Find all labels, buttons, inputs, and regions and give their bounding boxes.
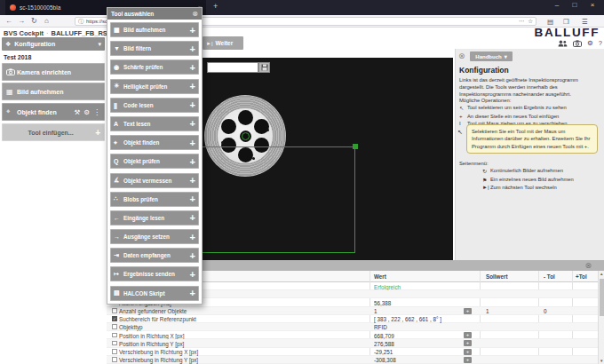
tool-list-item[interactable]: ▼ Bild filtern + bbox=[110, 41, 199, 56]
add-tolerance-button[interactable]: + bbox=[464, 332, 472, 338]
new-tab-button[interactable]: + bbox=[213, 2, 218, 11]
add-tool-icon[interactable]: + bbox=[190, 62, 195, 73]
gear-icon[interactable]: ⚙ bbox=[587, 39, 593, 47]
add-tool-icon[interactable]: + bbox=[190, 232, 195, 242]
add-tool-icon[interactable]: + bbox=[190, 250, 195, 261]
add-tool-icon[interactable]: + bbox=[190, 99, 195, 110]
forward-icon[interactable]: → bbox=[18, 17, 25, 25]
add-tool-icon[interactable]: + bbox=[190, 194, 195, 204]
tool-list-item[interactable]: Q Objekt prüfen + bbox=[110, 154, 199, 169]
configuration-header[interactable]: ❖ Konfiguration ▾ bbox=[2, 37, 105, 51]
table-row[interactable]: ✓ Position in Richtung X [px] 668,709 + bbox=[107, 331, 598, 339]
users-icon[interactable] bbox=[558, 40, 568, 47]
sidebar-item-kamera-einrichten[interactable]: Kamera einrichten bbox=[2, 63, 105, 81]
tool-list-item[interactable]: ⇥ Daten empfangen + bbox=[110, 248, 199, 263]
tool-list-item[interactable]: ☀ Helligkeit prüfen + bbox=[110, 79, 199, 94]
tool-list-item[interactable]: ∡ Objekt vermessen + bbox=[110, 173, 199, 188]
scrollbar-thumb[interactable] bbox=[600, 279, 604, 316]
results-scrollbar[interactable]: ▲ ▼ bbox=[598, 271, 604, 364]
image-name-input[interactable] bbox=[207, 62, 258, 73]
scroll-up-icon[interactable]: ▲ bbox=[600, 272, 603, 276]
configure-tool-icon[interactable]: ⚒ bbox=[75, 108, 81, 116]
library-icon[interactable]: ▤ bbox=[547, 18, 553, 26]
column-header-plus-tol[interactable]: +Tol bbox=[576, 273, 587, 280]
add-tool-icon[interactable]: + bbox=[190, 175, 195, 186]
sidemenu-row: ↻ Kontinuierlich Bilder aufnehmen bbox=[482, 168, 602, 174]
save-image-button[interactable] bbox=[258, 62, 270, 73]
weiter-button[interactable]: ►| Weiter bbox=[203, 36, 243, 50]
tool-list-item[interactable]: ∴ Blobs prüfen + bbox=[110, 192, 199, 207]
table-row[interactable]: ✓ Objekttyp RFID + bbox=[107, 323, 598, 331]
scroll-down-icon[interactable]: ▼ bbox=[600, 359, 603, 363]
collapse-panel-icon[interactable]: ⊗ bbox=[458, 51, 465, 60]
back-icon[interactable]: ← bbox=[5, 17, 12, 25]
column-header-sollwert[interactable]: Sollwert bbox=[486, 273, 508, 280]
reload-icon[interactable]: ↻ bbox=[31, 17, 37, 25]
add-tool-icon[interactable]: + bbox=[190, 156, 195, 167]
add-tolerance-button[interactable]: + bbox=[464, 357, 472, 363]
breadcrumb-app[interactable]: BVS Cockpit bbox=[4, 29, 44, 37]
home-icon[interactable]: ⌂ bbox=[44, 17, 49, 25]
table-row[interactable]: ✓ Anzahl gefundener Objekte 1 + 1 0 bbox=[107, 307, 598, 315]
sidebar-toggle-icon[interactable]: ❐ bbox=[563, 18, 569, 26]
row-checkbox[interactable]: ✓ bbox=[112, 341, 117, 346]
row-checkbox[interactable]: ✓ bbox=[112, 349, 117, 354]
wrench-icon[interactable]: ⚙ bbox=[83, 108, 90, 116]
table-row[interactable]: ✓ Verschiebung in Richtung X [px] -29,25… bbox=[107, 348, 598, 356]
tool-list-item[interactable]: ↦ Ergebnisse senden + bbox=[110, 266, 199, 281]
add-tool-icon[interactable]: + bbox=[190, 269, 195, 280]
tool-list-item[interactable]: ← Eingänge lesen + bbox=[110, 210, 199, 226]
column-header-wert[interactable]: Wert bbox=[374, 273, 386, 280]
tool-list-item[interactable]: A Text lesen + bbox=[110, 116, 199, 131]
window-minimize-button[interactable]: – bbox=[551, 1, 563, 9]
close-results-icon[interactable]: ⊗ bbox=[584, 261, 592, 270]
page-actions-icon[interactable]: ⋯ bbox=[519, 18, 525, 25]
row-checkbox[interactable]: ✓ bbox=[112, 333, 117, 338]
chevron-down-icon[interactable]: ▾ bbox=[98, 41, 101, 48]
table-row[interactable]: ✓ Verschiebung in Richtung Y [px] -308,3… bbox=[107, 356, 598, 364]
add-tool-icon[interactable]: + bbox=[190, 138, 195, 148]
result-value: 1 bbox=[374, 308, 378, 314]
close-dialog-icon[interactable]: ⊗ bbox=[192, 10, 198, 18]
tool-list-item[interactable]: ◉ Schärfe prüfen + bbox=[110, 59, 199, 75]
tool-icon: ⇥ bbox=[114, 252, 123, 259]
add-tool-icon[interactable]: + bbox=[190, 288, 195, 298]
add-tolerance-button[interactable]: + bbox=[464, 340, 472, 346]
window-maximize-button[interactable]: □ bbox=[568, 1, 581, 9]
tool-list-item[interactable]: ||| Code lesen + bbox=[110, 98, 199, 113]
column-header-minus-tol[interactable]: - Tol bbox=[544, 273, 555, 280]
breadcrumb-device[interactable]: BALLUFF_FB_RS bbox=[52, 29, 107, 37]
tool-list-item[interactable]: ▦ Bild aufnehmen + bbox=[110, 22, 199, 37]
add-tool-icon[interactable]: + bbox=[190, 44, 195, 54]
add-tool-icon[interactable]: + bbox=[190, 25, 195, 36]
site-info-icon[interactable]: ⓘ bbox=[78, 18, 83, 26]
add-tolerance-button[interactable]: + bbox=[464, 349, 472, 355]
sidebar-item-bild-aufnehmen[interactable]: ▦ Bild aufnehmen bbox=[2, 83, 105, 100]
bookmark-star-icon[interactable]: ☆ bbox=[528, 18, 533, 25]
table-row[interactable]: ✓ Suchbereich für Referenzpunkt [ 383 , … bbox=[107, 315, 598, 323]
handbuch-button[interactable]: Handbuch ▾ bbox=[470, 51, 513, 61]
sidebar-item-objekt-finden[interactable]: ⌖ Objekt finden ⚒ ⚙ ⋮ bbox=[2, 103, 105, 121]
search-region-handle[interactable] bbox=[353, 144, 358, 149]
more-options-icon[interactable]: ⋮ bbox=[93, 108, 100, 116]
hamburger-menu-icon[interactable]: ☰ bbox=[582, 18, 588, 26]
row-checkbox[interactable]: ✓ bbox=[112, 324, 117, 329]
add-tool-icon[interactable]: + bbox=[190, 81, 195, 91]
table-row[interactable]: ✓ Position in Richtung Y [px] 276,588 + bbox=[107, 339, 598, 347]
add-tool-icon[interactable]: + bbox=[190, 212, 195, 223]
camera-icon[interactable] bbox=[573, 40, 582, 47]
row-checkbox[interactable]: ✓ bbox=[112, 357, 117, 362]
camera-image-viewport[interactable] bbox=[200, 58, 453, 260]
row-checkbox[interactable]: ✓ bbox=[112, 308, 117, 313]
add-tool-icon[interactable]: + bbox=[190, 118, 195, 129]
insert-tool-button[interactable]: Tool einfügen... + bbox=[2, 123, 105, 141]
window-close-button[interactable]: × bbox=[586, 1, 599, 9]
help-icon[interactable]: ? bbox=[599, 39, 602, 47]
tool-list-item[interactable]: → Ausgänge setzen + bbox=[110, 229, 199, 244]
search-region-rectangle[interactable] bbox=[200, 146, 355, 253]
tool-list-item[interactable]: ⌖ Objekt finden + bbox=[110, 135, 199, 150]
add-tolerance-button[interactable]: + bbox=[464, 308, 472, 314]
tool-list-item[interactable]: ▤ HALCON Skript + bbox=[110, 286, 199, 301]
row-checkbox[interactable]: ✓ bbox=[112, 316, 117, 321]
tool-dialog-header[interactable]: Tool auswählen ⊗ bbox=[107, 8, 202, 20]
